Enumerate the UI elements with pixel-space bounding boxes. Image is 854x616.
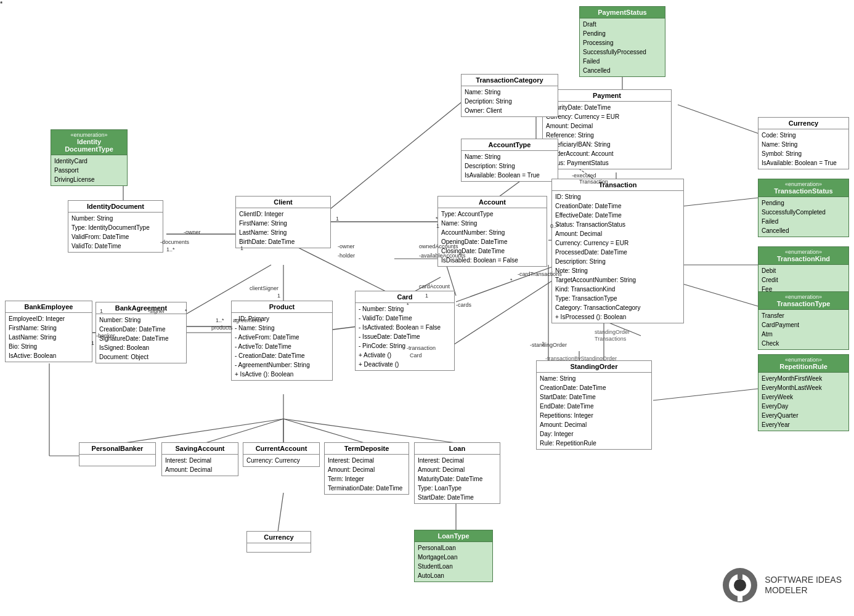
watermark-text: SOFTWARE IDEAS MODELER	[765, 575, 842, 596]
transaction-kind-body: Debit Credit Fee	[758, 265, 848, 295]
card-box: Card - Number: String - ValidTo: DateTim…	[355, 291, 455, 371]
product-box: Product - ID: Primary - Name: String - A…	[231, 301, 333, 381]
currency-box: Currency Code: String Name: String Symbo…	[758, 117, 849, 169]
currency-bottom-box: Currency	[246, 531, 311, 553]
account-type-box: AccountType Name: String Description: St…	[461, 139, 558, 182]
svg-line-25	[120, 419, 283, 444]
label-signer: -signer	[148, 308, 165, 314]
personal-banker-title: PersonalBanker	[79, 443, 155, 455]
personal-banker-box: PersonalBanker	[79, 442, 156, 466]
label-available-accounts: -availableAccounts	[419, 253, 466, 259]
account-type-title: AccountType	[462, 139, 558, 151]
label-1-signer: 1	[100, 308, 103, 314]
label-executed: -executed	[572, 172, 596, 179]
payment-status-box: PaymentStatus Draft Pending Processing S…	[579, 6, 665, 77]
identity-doc-type-box: «enumeration» IdentityDocumentType Ident…	[51, 129, 128, 186]
transaction-box: Transaction ID: String CreationDate: Dat…	[551, 179, 684, 323]
transaction-kind-box: «enumeration» TransactionKind Debit Cred…	[758, 246, 849, 296]
card-title: Card	[356, 291, 454, 303]
transaction-type-title: «enumeration» TransactionType	[758, 292, 848, 310]
label-account-star: *	[436, 216, 438, 222]
card-body: - Number: String - ValidTo: DateTime - I…	[356, 303, 454, 370]
label-products: products	[211, 325, 233, 331]
transaction-category-box: TransactionCategory Name: String Decript…	[461, 74, 558, 117]
label-client-signer: clientSigner	[250, 285, 279, 291]
label-transaction: -transaction	[407, 345, 436, 351]
client-title: Client	[236, 197, 330, 208]
currency-body: Code: String Name: String Symbol: String…	[758, 129, 848, 169]
label-card-account: cardAccount	[419, 283, 450, 290]
saving-account-body: Interest: Decimal Amount: Decimal	[162, 455, 238, 476]
standing-order-title: StandingOrder	[537, 361, 651, 373]
svg-text:standingOrder: standingOrder	[595, 329, 630, 335]
saving-account-box: SavingAccount Interest: Decimal Amount: …	[161, 442, 238, 476]
client-box: Client ClientID: Integer FirstName: Stri…	[235, 196, 331, 248]
svg-point-47	[734, 579, 746, 591]
label-star3: *	[510, 277, 513, 283]
svg-line-39	[456, 265, 558, 302]
transaction-kind-title: «enumeration» TransactionKind	[758, 247, 848, 265]
standing-order-box: StandingOrder Name: String CreationDate:…	[536, 360, 652, 450]
repetition-rule-box: «enumeration» RepetitionRule EveryMonthF…	[758, 354, 849, 431]
label-owner2: -owner	[338, 243, 355, 249]
transaction-type-box: «enumeration» TransactionType Transfer C…	[758, 291, 849, 350]
currency-title: Currency	[758, 118, 848, 129]
label-star2: *	[0, 0, 2, 7]
currency-bottom-title: Currency	[247, 532, 311, 543]
watermark-main: SOFTWARE IDEAS	[765, 575, 842, 585]
transaction-category-title: TransactionCategory	[462, 75, 558, 86]
label-cards: *	[407, 302, 409, 308]
product-title: Product	[232, 301, 332, 313]
label-1star-products: 1..*	[216, 317, 224, 323]
term-deposite-box: TermDeposite Interest: Decimal Amount: D…	[324, 442, 409, 495]
label-1-banker: 1	[91, 340, 94, 346]
saving-account-title: SavingAccount	[162, 443, 238, 455]
svg-line-5	[653, 388, 764, 400]
label-standing-order: -standingOrder	[530, 342, 567, 348]
watermark-sub: MODELER	[765, 585, 842, 596]
bank-agreement-title: BankAgreement	[96, 302, 186, 314]
loan-body: Interest: Decimal Amount: Decimal Maturi…	[415, 455, 500, 503]
identity-doc-type-title: «enumeration» IdentityDocumentType	[51, 130, 127, 155]
label-trans-0star: 0..*	[550, 223, 559, 229]
payment-status-body: Draft Pending Processing SuccessfullyPro…	[580, 18, 665, 76]
label-star-agree: *	[185, 308, 187, 314]
label-card-trans: -cardTransactions	[518, 271, 562, 277]
payment-body: MaturityDate: DateTime Currency: Currenc…	[543, 102, 671, 169]
current-account-box: CurrentAccount Currency: Currency	[243, 442, 320, 467]
label-card-1: 1	[425, 293, 428, 299]
label-documents: -documents	[160, 239, 189, 245]
label-agreements: agreements	[233, 317, 262, 323]
label-account-1: 1	[436, 223, 439, 229]
svg-line-14	[444, 277, 558, 351]
svg-line-1	[678, 105, 764, 136]
loan-title: Loan	[415, 443, 500, 455]
loan-type-body: PersonalLoan MortgageLoan StudentLoan Au…	[415, 542, 492, 582]
label-mult-1star: 1..*	[166, 246, 175, 253]
transaction-status-title: «enumeration» TransactionStatus	[758, 179, 848, 197]
bank-employee-box: BankEmployee EmployeeID: Integer FirstNa…	[5, 301, 92, 362]
label-banker: -banker	[96, 333, 115, 339]
label-1-standing: 1	[542, 341, 545, 347]
repetition-rule-title: «enumeration» RepetitionRule	[758, 355, 848, 373]
svg-line-34	[330, 102, 462, 209]
svg-line-29	[283, 419, 460, 444]
identity-document-title: IdentityDocument	[68, 201, 163, 213]
identity-document-box: IdentityDocument Number: String Type: Id…	[68, 200, 163, 253]
payment-status-title: PaymentStatus	[580, 7, 665, 18]
label-holder: -holder	[338, 253, 355, 259]
svg-line-28	[283, 419, 367, 444]
payment-title: Payment	[543, 90, 671, 102]
watermark-logo-icon	[722, 567, 758, 604]
svg-rect-49	[738, 591, 742, 601]
account-title: Account	[438, 197, 547, 208]
term-deposite-body: Interest: Decimal Amount: Decimal Term: …	[325, 455, 409, 494]
label-1-client: 1	[277, 293, 280, 299]
loan-type-box: LoanType PersonalLoan MortgageLoan Stude…	[414, 530, 493, 582]
loan-type-title: LoanType	[415, 530, 492, 542]
identity-document-body: Number: String Type: IdentityDocumentTyp…	[68, 213, 163, 252]
bank-employee-title: BankEmployee	[6, 301, 92, 313]
svg-line-4	[681, 283, 764, 308]
transaction-type-body: Transfer CardPayment Atm Check	[758, 310, 848, 349]
transaction-title: Transaction	[552, 179, 683, 191]
